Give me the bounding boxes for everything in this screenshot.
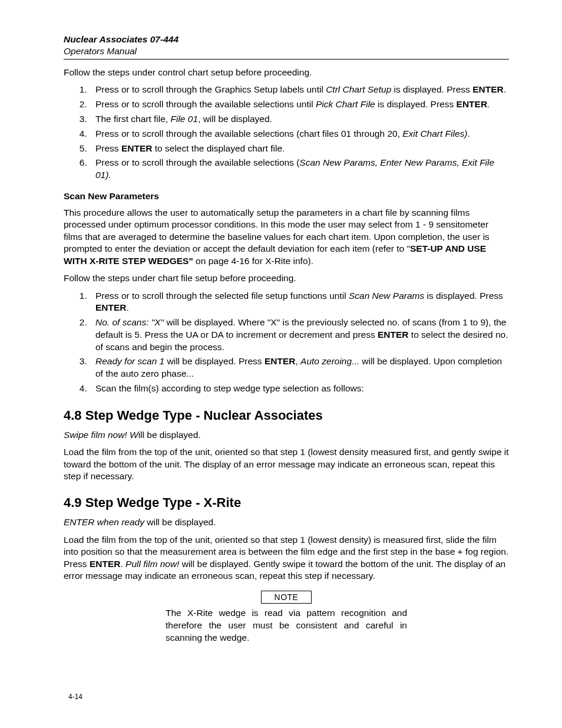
section-heading-49: 4.9 Step Wedge Type - X-Rite	[64, 495, 509, 510]
text-italic: No. of scans: "X"	[95, 317, 164, 327]
text-bold: ENTER	[121, 143, 153, 153]
text: , will be displayed.	[198, 114, 272, 124]
text: Press or to scroll through the available…	[95, 157, 299, 167]
text: is displayed. Press	[424, 291, 503, 301]
header-divider	[64, 59, 509, 60]
note-block: NOTE	[166, 591, 407, 604]
text-bold: ENTER	[265, 356, 296, 366]
list-item: Scan the film(s) according to step wedge…	[90, 383, 509, 395]
paragraph: This procedure allows the user to automa…	[64, 207, 509, 267]
subheading-scan-new: Scan New Parameters	[64, 191, 509, 202]
text-italic: Ctrl Chart Setup	[326, 84, 391, 94]
paragraph: Swipe film now! Will be displayed.	[64, 429, 509, 441]
note-label: NOTE	[261, 591, 312, 604]
text: is displayed. Press	[391, 84, 472, 94]
text-italic: Exit Chart Files)	[402, 129, 467, 139]
text-italic: ENTER when ready	[64, 517, 144, 527]
list-item: The first chart file, File 01, will be d…	[90, 113, 509, 126]
text: ill be displayed.	[138, 430, 201, 440]
list-item: Press or to scroll through the available…	[90, 128, 509, 140]
text-bold: ENTER	[457, 99, 488, 109]
text: ,	[295, 356, 300, 366]
page-number: 4-14	[68, 693, 82, 701]
text: Press	[95, 143, 121, 153]
text: Press or to scroll through the selected …	[95, 291, 349, 301]
list-item: No. of scans: "X" will be displayed. Whe…	[90, 317, 509, 353]
text: to select the displayed chart file.	[152, 143, 285, 153]
text-italic: Pull film now!	[125, 559, 179, 569]
text: Press or to scroll through the available…	[95, 99, 316, 109]
document-page: Nuclear Associates 07-444 Operators Manu…	[0, 0, 562, 728]
text-bold: ENTER	[95, 302, 127, 312]
text: The first chart file,	[95, 114, 170, 124]
text-italic: Auto zeroing...	[300, 356, 359, 366]
section-heading-48: 4.8 Step Wedge Type - Nuclear Associates	[64, 408, 509, 423]
text-italic: Swipe film now! W	[64, 430, 138, 440]
text: on page 4-16 for X-Rite info).	[193, 256, 313, 266]
list-item: Press or to scroll through the available…	[90, 98, 509, 111]
paragraph: Load the film from the top of the unit, …	[64, 534, 509, 582]
paragraph: Load the film from the top of the unit, …	[64, 446, 509, 482]
paragraph: Follow the steps under chart file setup …	[64, 272, 509, 284]
text: .	[120, 559, 125, 569]
text-bold: ENTER	[472, 84, 504, 94]
text-italic: Ready for scan 1	[95, 356, 164, 366]
header-subtitle: Operators Manual	[64, 46, 509, 57]
text: .	[127, 302, 129, 312]
text-italic: File 01	[170, 114, 198, 124]
text: is displayed. Press	[375, 99, 457, 109]
text-italic: Scan New Params	[349, 291, 424, 301]
text: Press or to scroll through the Graphics …	[95, 84, 326, 94]
list-item: Press or to scroll through the available…	[90, 157, 509, 182]
text: Press or to scroll through the available…	[95, 129, 402, 139]
text-bold: ENTER	[378, 330, 409, 340]
text: .	[487, 99, 490, 109]
header-product: Nuclear Associates 07-444	[64, 34, 509, 45]
text-italic: Pick Chart File	[316, 99, 375, 109]
list-item: Press or to scroll through the Graphics …	[90, 84, 509, 96]
procedure-list-2: Press or to scroll through the selected …	[64, 290, 509, 395]
note-text: The X-Rite wedge is read via pattern rec…	[166, 607, 407, 644]
list-item: Press ENTER to select the displayed char…	[90, 143, 509, 155]
text: .	[504, 84, 506, 94]
list-item: Press or to scroll through the selected …	[90, 290, 509, 315]
text: will be displayed.	[144, 517, 216, 527]
list-item: Ready for scan 1 will be displayed. Pres…	[90, 355, 509, 380]
text-bold: ENTER	[90, 559, 121, 569]
text: will be displayed. Press	[164, 356, 265, 366]
procedure-list-1: Press or to scroll through the Graphics …	[64, 84, 509, 181]
paragraph: ENTER when ready will be displayed.	[64, 516, 509, 528]
intro-paragraph: Follow the steps under control chart set…	[64, 67, 509, 78]
text: .	[468, 129, 470, 139]
